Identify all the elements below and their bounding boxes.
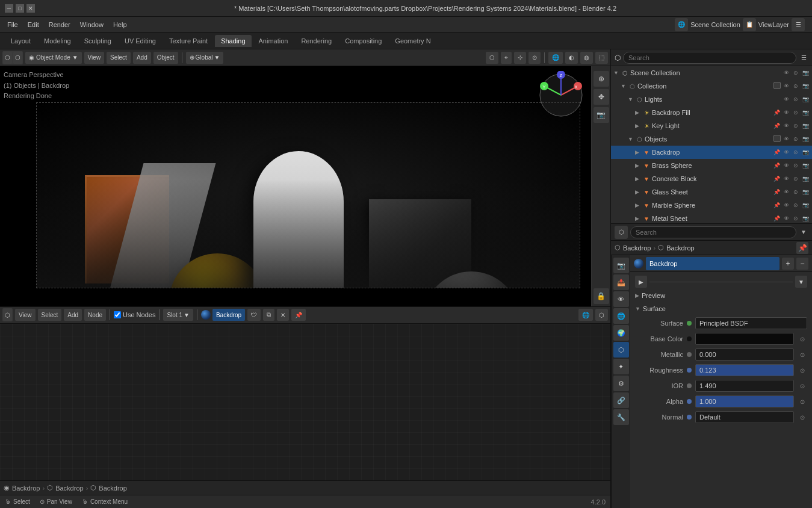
bs-vis-2[interactable]: 👁 xyxy=(782,161,790,170)
object-btn[interactable]: Object xyxy=(153,52,178,64)
sc-vis-1[interactable]: 👁 xyxy=(782,69,790,77)
prop-render-icon[interactable]: 📷 xyxy=(613,258,629,273)
maximize-button[interactable]: □ xyxy=(16,4,24,13)
marble-sphere-item[interactable]: ▶ ▼ Marble Sphere 📌 👁 ⊙ 📷 xyxy=(611,199,812,212)
cursor-tool-btn[interactable]: ⊕ xyxy=(594,71,609,87)
bd-vis-extra[interactable]: 📌 xyxy=(772,148,781,156)
tab-rendering[interactable]: Rendering xyxy=(295,35,338,47)
bf-vis-1[interactable]: 📌 xyxy=(772,108,781,117)
roughness-extra-btn[interactable]: ⊙ xyxy=(798,365,807,375)
gs-vis-3[interactable]: ⊙ xyxy=(792,188,800,196)
shading-mode-btn[interactable]: ◐ xyxy=(565,52,578,64)
node-shield-btn[interactable]: 🛡 xyxy=(247,309,261,321)
node-shader-btn[interactable]: 🌐 xyxy=(578,309,593,321)
bd-vis-3[interactable]: 📷 xyxy=(801,148,810,156)
prop-output-icon[interactable]: 📤 xyxy=(613,274,629,290)
add-btn[interactable]: Add xyxy=(133,52,151,64)
lock-icon-btn[interactable]: 🔒 xyxy=(594,288,609,304)
obj-vis-2[interactable]: ⊙ xyxy=(792,135,800,143)
base-color-extra-btn[interactable]: ⊙ xyxy=(798,334,807,344)
mts-vis-3[interactable]: ⊙ xyxy=(792,214,800,223)
obj-vis-1[interactable]: 👁 xyxy=(782,135,790,143)
concrete-block-item[interactable]: ▶ ▼ Concrete Block 📌 👁 ⊙ 📷 xyxy=(611,172,812,185)
prop-filter-btn[interactable]: ▼ xyxy=(799,228,808,237)
prop-constraint-icon[interactable]: 🔗 xyxy=(613,392,629,408)
bf-vis-2[interactable]: 👁 xyxy=(782,108,790,117)
view-btn[interactable]: View xyxy=(84,52,105,64)
gs-vis-2[interactable]: 👁 xyxy=(782,188,790,196)
play-btn[interactable]: ▶ xyxy=(635,276,647,288)
prop-physics-icon[interactable]: ⚙ xyxy=(613,376,629,391)
outliner-filter-btn[interactable]: ☰ xyxy=(792,18,805,31)
mat-add-btn[interactable]: + xyxy=(782,258,794,270)
node-copy-btn[interactable]: ⧉ xyxy=(263,309,274,321)
coll-vis-3[interactable]: 📷 xyxy=(801,82,810,90)
minimize-button[interactable]: ─ xyxy=(5,4,13,13)
node-node-btn[interactable]: Node xyxy=(84,309,106,321)
proportional-btn[interactable]: ⊙ xyxy=(528,52,541,64)
gs-vis-1[interactable]: 📌 xyxy=(772,188,781,196)
outliner-content[interactable]: ▼ ⬡ Scene Collection 👁 ⊙ 📷 ▼ ⬡ Collectio… xyxy=(611,66,812,223)
prop-scene-icon[interactable]: 🌐 xyxy=(613,308,629,324)
mts-vis-4[interactable]: 📷 xyxy=(801,214,810,223)
tab-modeling[interactable]: Modeling xyxy=(38,35,77,47)
gizmo-btn[interactable]: ⌖ xyxy=(501,52,512,64)
prop-particle-icon[interactable]: ✦ xyxy=(613,359,629,374)
use-nodes-checkbox[interactable] xyxy=(114,311,121,318)
node-view-btn[interactable]: View xyxy=(15,309,36,321)
brass-sphere-item[interactable]: ▶ ▼ Brass Sphere 📌 👁 ⊙ 📷 xyxy=(611,159,812,172)
lights-item[interactable]: ▼ ⬡ Lights 👁 ⊙ 📷 xyxy=(611,93,812,106)
node-add-btn[interactable]: Add xyxy=(64,309,82,321)
bc-part2[interactable]: Backdrop xyxy=(666,244,694,252)
coll-vis-1[interactable]: 👁 xyxy=(782,82,790,90)
kl-vis-4[interactable]: 📷 xyxy=(801,122,810,130)
kl-vis-2[interactable]: 👁 xyxy=(782,122,790,130)
alpha-extra-btn[interactable]: ⊙ xyxy=(798,397,807,406)
cb-vis-2[interactable]: 👁 xyxy=(782,175,790,183)
menu-file[interactable]: File xyxy=(2,17,23,32)
obj-vis-3[interactable]: 📷 xyxy=(801,135,810,143)
bf-vis-3[interactable]: ⊙ xyxy=(792,108,800,117)
bd-vis-2[interactable]: ⊙ xyxy=(792,148,800,156)
select-btn[interactable]: Select xyxy=(107,52,131,64)
tab-compositing[interactable]: Compositing xyxy=(339,35,388,47)
lights-vis-2[interactable]: ⊙ xyxy=(792,95,800,104)
wireframe-btn[interactable]: ⬚ xyxy=(595,52,608,64)
snap-btn[interactable]: ⊹ xyxy=(514,52,526,64)
tab-shading[interactable]: Shading xyxy=(215,35,251,47)
properties-search-input[interactable] xyxy=(630,226,796,238)
menu-render[interactable]: Render xyxy=(44,17,75,32)
node-close-btn[interactable]: ✕ xyxy=(277,309,289,321)
kl-vis-1[interactable]: 📌 xyxy=(772,122,781,130)
sc-vis-3[interactable]: 📷 xyxy=(801,69,810,77)
base-color-value[interactable] xyxy=(695,333,794,345)
metallic-extra-btn[interactable]: ⊙ xyxy=(798,350,807,359)
ms-vis-4[interactable]: 📷 xyxy=(801,201,810,209)
viewport-overlay-btn[interactable]: ⬡ xyxy=(486,52,498,64)
bd-vis-1[interactable]: 👁 xyxy=(782,148,790,156)
node-overlay-btn[interactable]: ⬡ xyxy=(595,309,608,321)
surface-section-header[interactable]: ▼ Surface xyxy=(630,302,812,315)
menu-window[interactable]: Window xyxy=(75,17,108,32)
mts-vis-1[interactable]: 📌 xyxy=(772,214,781,223)
header-toggle-btn[interactable]: ⬡ xyxy=(13,52,22,64)
glass-sheet-item[interactable]: ▶ ▼ Glass Sheet 📌 👁 ⊙ 📷 xyxy=(611,185,812,199)
solid-mode-btn[interactable]: ◍ xyxy=(580,52,593,64)
surface-value[interactable]: Principled BSDF xyxy=(695,317,807,329)
tab-geometry-nodes[interactable]: Geometry N xyxy=(389,35,436,47)
tab-texture-paint[interactable]: Texture Paint xyxy=(163,35,214,47)
metal-sheet-item[interactable]: ▶ ▼ Metal Sheet 📌 👁 ⊙ 📷 xyxy=(611,212,812,223)
scene-collection-item[interactable]: ▼ ⬡ Scene Collection 👁 ⊙ 📷 xyxy=(611,66,812,79)
node-material-name-btn[interactable]: Backdrop xyxy=(212,309,245,321)
menu-help[interactable]: Help xyxy=(108,17,132,32)
cb-vis-3[interactable]: ⊙ xyxy=(792,175,800,183)
node-canvas[interactable] xyxy=(0,324,610,480)
normal-extra-btn[interactable]: ⊙ xyxy=(798,412,807,422)
objects-item[interactable]: ▼ ⬡ Objects 👁 ⊙ 📷 xyxy=(611,132,812,146)
prop-view-icon[interactable]: 👁 xyxy=(613,291,629,307)
material-name-button[interactable]: Backdrop xyxy=(646,257,779,270)
ms-vis-3[interactable]: ⊙ xyxy=(792,201,800,209)
tab-animation[interactable]: Animation xyxy=(253,35,294,47)
transform-global[interactable]: ⊕ Global ▼ xyxy=(186,52,224,64)
viewlayer-icon[interactable]: 📋 xyxy=(743,18,756,31)
